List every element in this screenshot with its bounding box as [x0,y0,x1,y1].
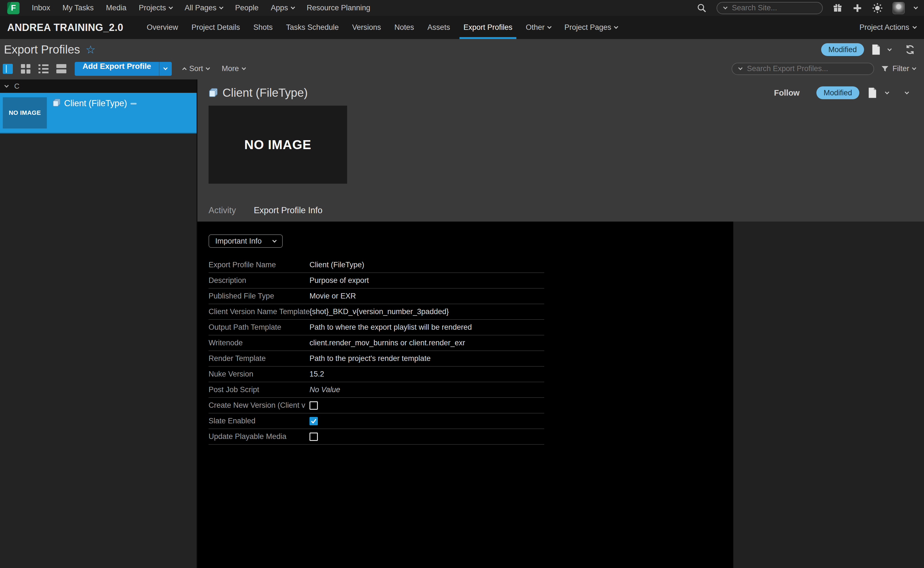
theme-sun-icon[interactable] [872,3,883,14]
project-tab[interactable]: Tasks Schedule [280,16,344,39]
field-row: Slate Enabled [209,413,544,429]
project-tab[interactable]: Project Pages [559,16,623,39]
chevron-down-icon [291,5,295,9]
add-export-profile-label[interactable]: Add Export Profile [75,62,159,76]
page-status-badge[interactable]: Modified [821,43,864,56]
more-label: More [222,64,239,73]
project-tab[interactable]: Other [520,16,557,39]
field-value[interactable]: Client (FileType) [310,261,364,269]
project-tab[interactable]: Assets [422,16,455,39]
view-thumbnail-icon[interactable] [21,64,31,74]
field-value[interactable]: 15.2 [310,370,324,379]
view-switcher [3,64,67,74]
field-value[interactable]: Path to where the export playlist will b… [310,323,472,332]
detail-tabs: ActivityExport Profile Info [209,205,924,222]
field-value[interactable]: Purpose of export [310,276,369,285]
field-label: Post Job Script [209,385,310,394]
card-title[interactable]: Client (FileType) [64,98,127,109]
page-icon[interactable] [871,44,881,55]
collapse-panel-chevron-icon[interactable] [905,90,909,94]
card-thumbnail[interactable]: NO IMAGE [3,97,47,128]
page-menu-chevron-icon[interactable] [888,47,892,51]
plus-icon[interactable] [852,3,862,13]
more-menu[interactable]: More [222,64,245,73]
field-row: Create New Version (Client v [209,398,544,413]
detail-status-badge[interactable]: Modified [817,86,859,99]
project-tab[interactable]: Project Details [186,16,246,39]
top-nav-item-label: Resource Planning [307,4,370,12]
top-nav-item-label: All Pages [184,4,216,12]
field-checkbox[interactable] [310,401,318,410]
field-label: Render Template [209,354,310,363]
project-tab-label: Assets [427,23,450,32]
export-profile-entity-icon [209,88,218,98]
favorite-star-icon[interactable]: ☆ [86,44,96,55]
field-row: Published File Type Movie or EXR [209,289,544,304]
user-avatar[interactable] [892,2,905,14]
filter-control[interactable]: Filter [881,64,916,73]
project-title[interactable]: ANDREA TRAINING_2.0 [7,22,123,33]
add-export-profile-button[interactable]: Add Export Profile [75,62,172,76]
view-list-icon[interactable] [38,64,48,74]
top-nav-item[interactable]: People [235,4,259,12]
project-tab[interactable]: Overview [141,16,184,39]
field-label: Slate Enabled [209,417,310,425]
field-value[interactable]: No Value [310,385,340,394]
project-tab[interactable]: Versions [346,16,387,39]
field-value[interactable]: {shot}_BKD_v{version_number_3padded} [310,307,449,316]
project-tab[interactable]: Shots [248,16,278,39]
page-icon[interactable] [868,87,877,98]
field-label: Output Path Template [209,323,310,332]
follow-button[interactable]: Follow [774,88,800,98]
chevron-down-icon [219,5,224,9]
user-menu-chevron-icon[interactable] [914,5,918,9]
detail-thumbnail[interactable]: NO IMAGE [209,106,347,184]
chevron-down-icon[interactable] [738,66,743,70]
top-nav-item[interactable]: Inbox [32,4,50,12]
chevron-down-icon[interactable] [723,5,728,9]
field-section-select[interactable]: Important Info [209,234,283,248]
field-row: Client Version Name Template {shot}_BKD_… [209,304,544,320]
field-value[interactable]: Movie or EXR [310,292,356,301]
detail-tab[interactable]: Export Profile Info [254,205,322,215]
flow-logo-icon[interactable]: F [7,2,20,14]
chevron-down-icon [272,238,277,242]
chevron-down-icon [913,24,917,29]
field-row: Post Job Script No Value [209,382,544,398]
chevron-down-icon [206,66,210,70]
project-tab[interactable]: Notes [389,16,420,39]
project-actions-menu[interactable]: Project Actions [859,23,916,32]
view-card-icon[interactable] [56,64,67,74]
site-search-input[interactable] [732,4,815,12]
top-nav-item[interactable]: Projects [139,4,172,12]
top-nav-item[interactable]: All Pages [184,4,223,12]
view-master-detail-icon[interactable] [3,64,13,74]
group-collapse-chevron-icon[interactable] [5,83,9,88]
sidebar-group-header[interactable]: C [0,79,197,93]
field-value[interactable]: client.render_mov_burnins or client.rend… [310,338,465,347]
top-nav-item[interactable]: My Tasks [62,4,94,12]
export-profiles-search-input[interactable] [747,64,867,73]
field-value[interactable]: Path to the project's render template [310,354,431,363]
entity-list-sidebar: C NO IMAGE Client (FileType) [0,79,197,568]
project-tab[interactable]: Export Profiles [458,16,518,39]
field-row: Export Profile Name Client (FileType) [209,257,544,273]
site-search-box[interactable] [717,2,823,14]
field-checkbox[interactable] [310,432,318,441]
detail-tab[interactable]: Activity [209,205,236,215]
top-nav-item[interactable]: Apps [271,4,295,12]
top-nav-item[interactable]: Resource Planning [307,4,370,12]
add-export-profile-dropdown[interactable] [159,62,172,76]
export-profile-card-selected[interactable]: NO IMAGE Client (FileType) [0,93,197,133]
top-nav-item-label: Projects [139,4,166,12]
top-nav-item[interactable]: Media [106,4,127,12]
refresh-icon[interactable] [904,44,916,55]
field-checkbox[interactable] [310,417,318,425]
sort-control[interactable]: Sort [183,64,210,73]
project-tab-label: Overview [147,23,178,32]
badge-menu-chevron-icon[interactable] [885,90,889,94]
export-profiles-search-box[interactable] [732,63,874,75]
search-icon[interactable] [697,3,707,14]
gift-icon[interactable] [832,3,843,14]
export-profile-info-panel: Important Info Export Profile Name Clien… [197,222,733,568]
